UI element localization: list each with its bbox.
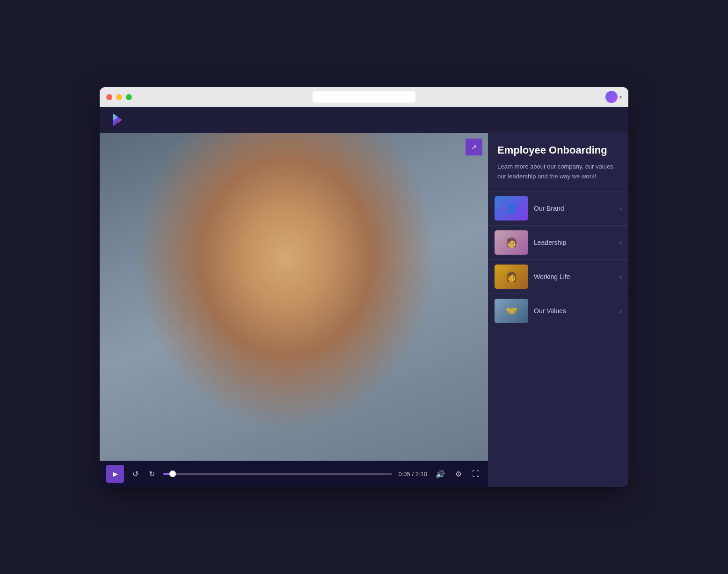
lesson-list: 👤 Our Brand › 🧑 Leadership › 👩 Working L… — [488, 191, 628, 487]
lesson-chevron-working-life: › — [619, 273, 622, 280]
time-display: 0:05 / 2:10 — [399, 471, 427, 478]
course-description: Learn more about our company, our values… — [497, 162, 619, 182]
browser-titlebar: ▾ — [100, 87, 628, 107]
progress-track[interactable] — [163, 473, 392, 475]
rewind-button[interactable]: ↺ — [131, 468, 140, 480]
main-content: ↗ ▶ ↺ ↻ — [100, 133, 628, 487]
lesson-label-leadership: Leadership — [534, 239, 616, 246]
sidebar-panel: Employee Onboarding Learn more about our… — [488, 133, 628, 487]
lesson-chevron-our-values: › — [619, 307, 622, 315]
lesson-thumbnail-our-values: 🤝 — [495, 299, 528, 323]
time-separator: / — [412, 471, 415, 478]
rewind-icon: ↺ — [132, 470, 138, 478]
avatar[interactable] — [605, 91, 618, 103]
thumbnail-icon-our-values: 🤝 — [495, 299, 528, 323]
lesson-item-working-life[interactable]: 👩 Working Life › — [488, 259, 628, 294]
thumbnail-icon-working-life: 👩 — [495, 265, 528, 289]
volume-icon: 🔊 — [436, 470, 445, 478]
course-title: Employee Onboarding — [497, 144, 619, 156]
course-info: Employee Onboarding Learn more about our… — [488, 133, 628, 191]
forward-icon: ↻ — [149, 470, 155, 478]
thumbnail-icon-leadership: 🧑 — [495, 230, 528, 255]
lesson-label-working-life: Working Life — [534, 273, 616, 280]
play-icon: ▶ — [113, 470, 118, 478]
browser-window: ▾ ↗ — [100, 87, 628, 487]
video-frame — [100, 133, 488, 461]
expand-icon: ↗ — [471, 143, 477, 151]
lesson-thumbnail-leadership: 🧑 — [495, 230, 528, 255]
traffic-light-red[interactable] — [106, 94, 112, 100]
url-bar[interactable] — [313, 91, 415, 103]
traffic-light-green[interactable] — [126, 94, 132, 100]
total-time: 2:10 — [415, 471, 427, 478]
lesson-chevron-leadership: › — [619, 239, 622, 246]
app-header — [100, 107, 628, 133]
lesson-chevron-our-brand: › — [619, 205, 622, 212]
thumbnail-icon-our-brand: 👤 — [495, 196, 528, 221]
lesson-thumbnail-working-life: 👩 — [495, 265, 528, 289]
play-button[interactable]: ▶ — [106, 465, 124, 483]
lesson-item-leadership[interactable]: 🧑 Leadership › — [488, 225, 628, 259]
fullscreen-icon: ⛶ — [472, 470, 480, 478]
traffic-light-yellow[interactable] — [116, 94, 122, 100]
lesson-item-our-brand[interactable]: 👤 Our Brand › — [488, 191, 628, 225]
fullscreen-button[interactable]: ⛶ — [470, 468, 481, 480]
settings-button[interactable]: ⚙ — [453, 468, 464, 480]
current-time: 0:05 — [399, 471, 410, 478]
chevron-down-icon: ▾ — [619, 95, 622, 100]
app-logo-icon — [109, 111, 126, 128]
lesson-label-our-values: Our Values — [534, 307, 616, 315]
forward-button[interactable]: ↻ — [147, 468, 157, 480]
video-player: ↗ — [100, 133, 488, 461]
expand-button[interactable]: ↗ — [466, 139, 482, 155]
settings-icon: ⚙ — [455, 470, 462, 478]
progress-thumb[interactable] — [169, 471, 176, 477]
lesson-thumbnail-our-brand: 👤 — [495, 196, 528, 221]
lesson-label-our-brand: Our Brand — [534, 205, 616, 212]
progress-fill — [163, 473, 173, 475]
lesson-item-our-values[interactable]: 🤝 Our Values › — [488, 294, 628, 328]
volume-button[interactable]: 🔊 — [434, 468, 447, 480]
user-avatar-area: ▾ — [605, 91, 622, 103]
progress-container — [163, 473, 392, 475]
video-section: ↗ ▶ ↺ ↻ — [100, 133, 488, 487]
video-controls: ▶ ↺ ↻ 0:05 / — [100, 461, 488, 487]
